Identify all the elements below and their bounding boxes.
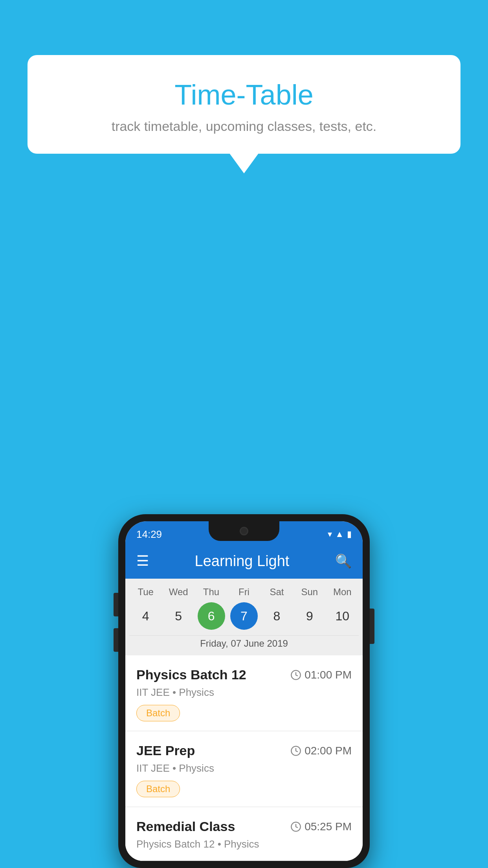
wifi-icon: ▾ — [328, 529, 332, 539]
app-title: Learning Light — [149, 553, 335, 570]
schedule-item-3-title: Remedial Class — [136, 819, 235, 834]
schedule-item-1-tag: Batch — [136, 705, 180, 721]
day-mon: Mon — [328, 587, 356, 598]
schedule-item-1-time: 01:00 PM — [290, 669, 352, 681]
schedule-item-3-time: 05:25 PM — [290, 820, 352, 833]
app-bar: ☰ Learning Light 🔍 — [125, 543, 363, 579]
schedule-item-3[interactable]: Remedial Class 05:25 PM Physics Batch 12… — [125, 807, 363, 861]
calendar-date-5[interactable]: 5 — [165, 602, 192, 630]
schedule-item-1-header: Physics Batch 12 01:00 PM — [136, 667, 352, 682]
schedule-item-2[interactable]: JEE Prep 02:00 PM IIT JEE • Physics Batc… — [125, 731, 363, 807]
calendar-date-7-selected[interactable]: 7 — [230, 602, 258, 630]
calendar-days-row: Tue Wed Thu Fri Sat Sun Mon — [129, 587, 359, 598]
calendar-strip: Tue Wed Thu Fri Sat Sun Mon 4 5 6 7 8 9 … — [125, 579, 363, 655]
search-icon[interactable]: 🔍 — [335, 553, 352, 569]
selected-date-label: Friday, 07 June 2019 — [129, 635, 359, 651]
bubble-subtitle: track timetable, upcoming classes, tests… — [47, 119, 441, 134]
phone-outer: 14:29 ▾ ▲ ▮ ☰ Learning Light 🔍 Tue Wed T… — [118, 514, 370, 868]
calendar-date-8[interactable]: 8 — [263, 602, 290, 630]
calendar-dates-row[interactable]: 4 5 6 7 8 9 10 — [129, 602, 359, 630]
schedule-item-3-header: Remedial Class 05:25 PM — [136, 819, 352, 834]
volume-up-button — [114, 593, 118, 616]
day-thu: Thu — [198, 587, 225, 598]
phone-screen: 14:29 ▾ ▲ ▮ ☰ Learning Light 🔍 Tue Wed T… — [125, 521, 363, 861]
schedule-item-2-title: JEE Prep — [136, 743, 195, 758]
schedule-item-1-title: Physics Batch 12 — [136, 667, 246, 682]
calendar-date-9[interactable]: 9 — [296, 602, 323, 630]
phone-mockup: 14:29 ▾ ▲ ▮ ☰ Learning Light 🔍 Tue Wed T… — [118, 514, 370, 868]
signal-icon: ▲ — [335, 529, 344, 539]
schedule-list: Physics Batch 12 01:00 PM IIT JEE • Phys… — [125, 655, 363, 861]
menu-icon[interactable]: ☰ — [136, 553, 149, 569]
schedule-item-3-subtitle: Physics Batch 12 • Physics — [136, 838, 352, 850]
calendar-date-6-today[interactable]: 6 — [198, 602, 225, 630]
clock-icon-3 — [290, 821, 301, 832]
schedule-item-1[interactable]: Physics Batch 12 01:00 PM IIT JEE • Phys… — [125, 655, 363, 731]
power-button — [370, 609, 374, 644]
status-icons: ▾ ▲ ▮ — [328, 529, 352, 539]
day-wed: Wed — [165, 587, 192, 598]
day-tue: Tue — [132, 587, 160, 598]
schedule-item-2-tag: Batch — [136, 781, 180, 797]
speech-bubble: Time-Table track timetable, upcoming cla… — [28, 55, 460, 154]
schedule-item-2-subtitle: IIT JEE • Physics — [136, 762, 352, 774]
day-sat: Sat — [263, 587, 290, 598]
volume-down-button — [114, 628, 118, 652]
bubble-title: Time-Table — [47, 79, 441, 111]
schedule-item-2-time: 02:00 PM — [290, 745, 352, 757]
front-camera — [240, 527, 248, 535]
phone-notch — [209, 521, 279, 541]
day-sun: Sun — [296, 587, 323, 598]
calendar-date-10[interactable]: 10 — [328, 602, 356, 630]
day-fri: Fri — [230, 587, 258, 598]
battery-icon: ▮ — [347, 529, 352, 539]
clock-icon-2 — [290, 745, 301, 756]
schedule-item-2-header: JEE Prep 02:00 PM — [136, 743, 352, 758]
status-time: 14:29 — [136, 528, 162, 541]
calendar-date-4[interactable]: 4 — [132, 602, 160, 630]
clock-icon — [290, 669, 301, 680]
speech-bubble-container: Time-Table track timetable, upcoming cla… — [28, 55, 460, 154]
schedule-item-1-subtitle: IIT JEE • Physics — [136, 686, 352, 699]
